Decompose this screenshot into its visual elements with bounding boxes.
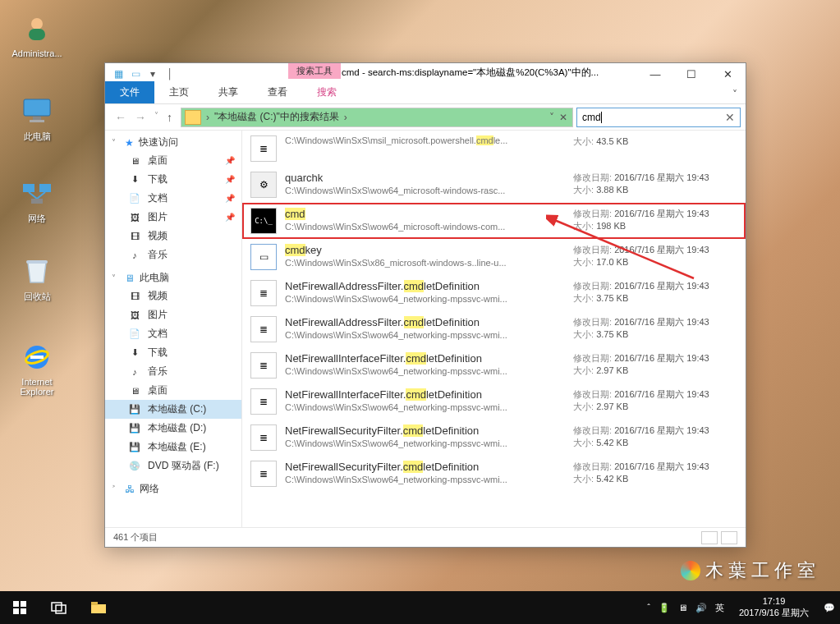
file-row[interactable]: ≣NetFirewallAddressFilter.cmdletDefiniti… xyxy=(242,311,746,347)
tab-home[interactable]: 主页 xyxy=(154,81,204,103)
file-path: C:\Windows\WinSxS\wow64_networking-mpssv… xyxy=(285,366,573,376)
sidebar-item-label: 音乐 xyxy=(148,365,168,379)
sidebar-item-icon: 📄 xyxy=(128,328,141,340)
nav-history-dropdown[interactable]: ˅ xyxy=(154,111,158,124)
close-button[interactable]: ✕ xyxy=(709,63,746,85)
tray-ime-icon[interactable]: 英 xyxy=(715,602,724,614)
sidebar-item[interactable]: 📄文档📌 xyxy=(105,189,241,208)
svg-rect-2 xyxy=(24,99,50,116)
sidebar-item[interactable]: ♪音乐 xyxy=(105,245,241,264)
sidebar-item[interactable]: 💾本地磁盘 (E:) xyxy=(105,438,241,457)
sidebar-item[interactable]: 🖥桌面 xyxy=(105,381,241,400)
file-row[interactable]: ≣NetFirewallSecurityFilter.cmdletDefinit… xyxy=(242,456,746,492)
watermark: 木 葉 工 作 室 xyxy=(681,558,815,583)
search-clear-icon[interactable]: ✕ xyxy=(725,111,735,124)
file-row[interactable]: ▭cmdkeyC:\Windows\WinSxS\x86_microsoft-w… xyxy=(242,239,746,275)
sidebar-item[interactable]: ⬇下载 xyxy=(105,343,241,362)
desktop-icon-label: 回收站 xyxy=(8,291,66,303)
sidebar-network[interactable]: ˃🖧网络 xyxy=(105,480,241,498)
file-list[interactable]: ≣C:\Windows\WinSxS\msil_microsoft.powers… xyxy=(242,131,746,527)
address-clear-icon[interactable]: ✕ xyxy=(559,112,567,123)
svg-rect-3 xyxy=(33,117,41,120)
search-tools-tab[interactable]: 搜索工具 xyxy=(288,63,341,79)
sidebar-quick-access[interactable]: ˅★快速访问 xyxy=(105,134,241,151)
taskbar-explorer-icon[interactable] xyxy=(79,591,118,624)
view-details-button[interactable] xyxy=(701,531,718,544)
status-item-count: 461 个项目 xyxy=(113,531,158,544)
sidebar-item[interactable]: ⬇下载📌 xyxy=(105,170,241,189)
breadcrumb-search-results[interactable]: "本地磁盘 (C:)"中的搜索结果 xyxy=(211,110,342,124)
desktop-icon-admin[interactable]: Administra... xyxy=(8,12,66,58)
sidebar-item[interactable]: 🖥桌面📌 xyxy=(105,151,241,170)
file-meta: 修改日期: 2016/7/16 星期六 19:43大小: 5.42 KB xyxy=(573,461,737,485)
sidebar-item-icon: 🖼 xyxy=(128,310,141,321)
qat-properties-icon[interactable]: ▭ xyxy=(127,66,144,82)
svg-rect-19 xyxy=(52,603,62,611)
tray-up-icon[interactable]: ˆ xyxy=(647,603,650,613)
tray-notifications-icon[interactable]: 💬 xyxy=(824,603,835,613)
address-dropdown-icon[interactable]: ˅ xyxy=(549,112,554,123)
tray-battery-icon[interactable]: 🔋 xyxy=(659,603,670,613)
tab-search[interactable]: 搜索 xyxy=(302,81,351,103)
ribbon-expand-icon[interactable]: ˅ xyxy=(724,85,746,103)
desktop-icon-label: Internet xyxy=(8,377,66,387)
file-row[interactable]: ≣C:\Windows\WinSxS\msil_microsoft.powers… xyxy=(242,131,746,167)
desktop-icon-network[interactable]: 网络 xyxy=(8,177,66,225)
view-icons-button[interactable] xyxy=(721,531,737,544)
start-button[interactable] xyxy=(0,591,39,624)
sidebar-item-icon: 💿 xyxy=(128,461,141,472)
chevron-right-icon[interactable]: › xyxy=(204,112,211,123)
file-path: C:\Windows\WinSxS\wow64_microsoft-window… xyxy=(285,222,573,232)
address-bar[interactable]: › "本地磁盘 (C:)"中的搜索结果 › ˅ ✕ xyxy=(181,108,573,127)
svg-rect-13 xyxy=(30,356,44,359)
sidebar-item[interactable]: ♪音乐 xyxy=(105,362,241,381)
qat-folder-icon[interactable]: ▦ xyxy=(110,66,126,82)
svg-rect-22 xyxy=(91,602,98,605)
svg-rect-16 xyxy=(21,601,26,607)
file-row[interactable]: ≣NetFirewallAddressFilter.cmdletDefiniti… xyxy=(242,275,746,311)
sidebar-item[interactable]: 🎞视频 xyxy=(105,227,241,245)
taskview-button[interactable] xyxy=(39,591,79,624)
tray-clock[interactable]: 17:19 2017/9/16 星期六 xyxy=(732,596,815,619)
file-name: quarchk xyxy=(285,172,573,184)
sidebar-item[interactable]: 📄文档 xyxy=(105,324,241,343)
file-row[interactable]: ≣NetFirewallSecurityFilter.cmdletDefinit… xyxy=(242,420,746,456)
search-input[interactable]: cmd ✕ xyxy=(576,108,741,127)
svg-rect-15 xyxy=(13,601,19,607)
qat-dropdown-icon[interactable]: ▾ xyxy=(145,66,161,82)
sidebar-item-label: 图片 xyxy=(148,308,168,322)
sidebar-this-pc[interactable]: ˅🖥此电脑 xyxy=(105,269,241,287)
file-path: C:\Windows\WinSxS\wow64_networking-mpssv… xyxy=(285,475,573,484)
chevron-right-icon[interactable]: › xyxy=(342,112,349,123)
file-meta: 修改日期: 2016/7/16 星期六 19:43大小: 2.97 KB xyxy=(573,388,737,413)
tray-volume-icon[interactable]: 🔊 xyxy=(695,603,707,613)
file-row[interactable]: ≣NetFirewallInterfaceFilter.cmdletDefini… xyxy=(242,347,746,383)
nav-back-button[interactable]: ← xyxy=(115,111,126,124)
sidebar-item[interactable]: 🖼图片📌 xyxy=(105,208,241,227)
minimize-button[interactable]: — xyxy=(637,63,673,85)
file-row[interactable]: ⚙quarchkC:\Windows\WinSxS\wow64_microsof… xyxy=(242,167,746,203)
tab-file[interactable]: 文件 xyxy=(105,81,154,103)
clock-time: 17:19 xyxy=(739,596,809,608)
desktop-icon-recycle[interactable]: 回收站 xyxy=(8,255,66,303)
tab-view[interactable]: 查看 xyxy=(253,81,302,103)
sidebar-item[interactable]: 🖼图片 xyxy=(105,305,241,324)
sidebar-item-label: 桌面 xyxy=(148,383,168,397)
sidebar-item[interactable]: 🎞视频 xyxy=(105,287,241,305)
search-value: cmd xyxy=(582,112,601,123)
pin-icon: 📌 xyxy=(225,175,235,184)
tab-share[interactable]: 共享 xyxy=(204,81,253,103)
sidebar-item-label: 音乐 xyxy=(148,248,168,262)
sidebar-item[interactable]: 💾本地磁盘 (D:) xyxy=(105,419,241,438)
sidebar-item[interactable]: 💿DVD 驱动器 (F:) xyxy=(105,457,241,475)
file-row[interactable]: ≣NetFirewallInterfaceFilter.cmdletDefini… xyxy=(242,383,746,420)
desktop-icon-ie[interactable]: Internet Explorer xyxy=(8,341,66,397)
maximize-button[interactable]: ☐ xyxy=(673,63,709,85)
file-row[interactable]: C:\_cmdC:\Windows\WinSxS\wow64_microsoft… xyxy=(242,203,746,239)
file-meta: 修改日期: 2016/7/16 星期六 19:43大小: 5.42 KB xyxy=(573,424,737,449)
nav-up-button[interactable]: ↑ xyxy=(167,111,172,124)
desktop-icon-pc[interactable]: 此电脑 xyxy=(8,94,66,143)
document-icon: ≣ xyxy=(250,461,277,487)
tray-network-icon[interactable]: 🖥 xyxy=(678,603,687,613)
sidebar-item[interactable]: 💾本地磁盘 (C:) xyxy=(105,400,241,419)
